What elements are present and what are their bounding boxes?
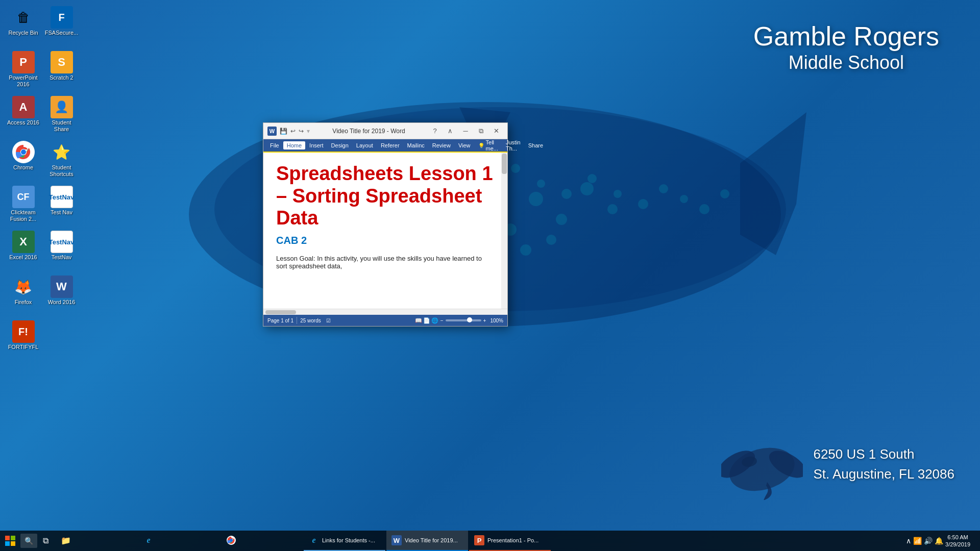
- search-icon: 🔍: [24, 537, 33, 545]
- word-titlebar-left: W 💾 ↩ ↪ ▾: [267, 127, 310, 136]
- menu-layout[interactable]: Layout: [353, 141, 377, 149]
- window-minimize-button[interactable]: ─: [458, 126, 473, 137]
- desktop-icon-word[interactable]: W Word 2016: [42, 273, 81, 318]
- word-title-text: Video Title for 2019 - Word: [332, 128, 405, 135]
- menu-share[interactable]: Share: [525, 141, 547, 149]
- school-footer: 6250 US 1 South St. Augustine, FL 32086: [721, 429, 954, 500]
- system-tray: ∧ 📶 🔊 🔔 6:50 AM 3/29/2019: [902, 534, 980, 548]
- desktop-icon-testnav-pearson[interactable]: TestNav Test Nav: [42, 184, 81, 229]
- svg-rect-44: [11, 536, 15, 540]
- zoom-plus[interactable]: +: [483, 318, 486, 323]
- print-view-icon[interactable]: 📄: [423, 317, 430, 324]
- desktop-icon-clickteam[interactable]: CF Clickteam Fusion 2...: [4, 184, 42, 229]
- desktop-icon-access[interactable]: A Access 2016: [4, 94, 42, 139]
- window-help-button[interactable]: ?: [428, 126, 442, 137]
- word-label: Word 2016: [48, 299, 76, 306]
- window-controls: ? ∧ ─ ⧉ ✕: [428, 126, 503, 137]
- volume-icon[interactable]: 🔊: [924, 537, 933, 545]
- h-scroll-thumb[interactable]: [265, 310, 296, 314]
- desktop-icon-student-shortcuts[interactable]: ⭐ Student Shortcuts: [42, 139, 81, 184]
- redo-icon[interactable]: ↪: [299, 128, 304, 135]
- desktop-icon-recycle-bin[interactable]: 🗑 Recycle Bin: [4, 4, 42, 49]
- menu-tellme[interactable]: 💡 Tell me...: [475, 138, 502, 153]
- notifications-icon[interactable]: 🔔: [935, 537, 943, 545]
- taskbar-search[interactable]: 🔍: [20, 534, 37, 548]
- menu-references[interactable]: Referer: [377, 141, 403, 149]
- doc-cab: CAB 2: [276, 235, 495, 246]
- scroll-thumb[interactable]: [502, 154, 507, 174]
- svg-marker-2: [740, 112, 806, 255]
- tray-overflow[interactable]: ∧: [906, 537, 911, 545]
- svg-point-26: [511, 164, 520, 173]
- school-address: 6250 US 1 South St. Augustine, FL 32086: [813, 444, 954, 484]
- save-icon[interactable]: 💾: [280, 128, 287, 135]
- vertical-scrollbar[interactable]: [501, 153, 507, 309]
- clickteam-label: Clickteam Fusion 2...: [6, 209, 40, 222]
- desktop-icon-fortifyfl[interactable]: F! FORTIFYFL: [4, 318, 42, 363]
- menu-file[interactable]: File: [266, 141, 283, 149]
- firefox-label: Firefox: [15, 299, 32, 306]
- testnav2-label: TestNav: [52, 254, 72, 261]
- desktop-icons-container: 🗑 Recycle Bin P PowerPoint 2016 A Access…: [0, 0, 85, 388]
- firefox-icon: 🦊: [12, 276, 35, 298]
- taskbar-ie[interactable]: e: [138, 531, 220, 551]
- page-count: Page 1 of 1: [267, 318, 293, 323]
- menu-home[interactable]: Home: [283, 141, 305, 149]
- word-window: W 💾 ↩ ↪ ▾ Video Title for 2019 - Word ? …: [263, 122, 508, 327]
- read-view-icon[interactable]: 📖: [415, 317, 422, 324]
- desktop-icon-firefox[interactable]: 🦊 Firefox: [4, 273, 42, 318]
- doc-title: Spreadsheets Lesson 1 – Sorting Spreadsh…: [276, 163, 495, 230]
- powerpoint-label: PowerPoint 2016: [6, 74, 40, 88]
- testnav-pearson-icon: TestNav: [51, 186, 73, 208]
- menu-mailings[interactable]: Mailinc: [404, 141, 428, 149]
- clock-time: 6:50 AM: [945, 534, 970, 541]
- desktop-icon-scratch[interactable]: S Scratch 2: [42, 49, 81, 94]
- file-explorer-icon: 📁: [61, 535, 71, 545]
- word-menu-bar: File Home Insert Design Layout Referer M…: [263, 139, 507, 153]
- task-view-button[interactable]: ⧉: [37, 531, 54, 551]
- desktop-icon-student-share[interactable]: 👤 Student Share: [42, 94, 81, 139]
- taskbar-links-students[interactable]: e Links for Students -...: [304, 531, 385, 551]
- horizontal-scrollbar[interactable]: [263, 309, 507, 315]
- desktop-icon-chrome[interactable]: Chrome: [4, 139, 42, 184]
- svg-point-29: [587, 174, 597, 183]
- testnav-pearson-label: Test Nav: [51, 209, 72, 216]
- word-content-area[interactable]: Spreadsheets Lesson 1 – Sorting Spreadsh…: [263, 153, 507, 309]
- web-view-icon[interactable]: 🌐: [431, 317, 438, 324]
- svg-point-35: [720, 189, 729, 198]
- desktop-icon-excel[interactable]: X Excel 2016: [4, 229, 42, 273]
- excel-icon: X: [12, 231, 35, 253]
- svg-point-30: [614, 190, 622, 198]
- quick-access-more[interactable]: ▾: [307, 128, 310, 135]
- desktop-icon-fsasecure[interactable]: F FSASecure...: [42, 4, 81, 49]
- recycle-bin-label: Recycle Bin: [8, 30, 38, 36]
- testnav2-icon: TestNav: [51, 231, 73, 253]
- taskbar-chrome[interactable]: [221, 531, 303, 551]
- taskbar-apps: 📁 e e Links for Students -... W Video Ti…: [54, 531, 902, 551]
- menu-design[interactable]: Design: [328, 141, 352, 149]
- menu-view[interactable]: View: [455, 141, 474, 149]
- menu-user[interactable]: Justin Th...: [502, 138, 524, 153]
- menu-insert[interactable]: Insert: [306, 141, 327, 149]
- spell-check-icon[interactable]: ☑: [326, 318, 331, 323]
- system-clock[interactable]: 6:50 AM 3/29/2019: [945, 534, 970, 548]
- taskbar-word[interactable]: W Video Title for 2019...: [386, 531, 468, 551]
- desktop-icon-powerpoint[interactable]: P PowerPoint 2016: [4, 49, 42, 94]
- access-label: Access 2016: [7, 119, 39, 126]
- start-button[interactable]: [0, 531, 20, 551]
- taskbar-file-explorer[interactable]: 📁: [56, 531, 137, 551]
- window-restore-button[interactable]: ⧉: [474, 126, 488, 137]
- menu-review[interactable]: Review: [429, 141, 454, 149]
- desktop-icon-testnav2[interactable]: TestNav TestNav: [42, 229, 81, 273]
- zoom-slider[interactable]: [446, 319, 481, 321]
- fortifyfl-icon: F!: [12, 320, 35, 343]
- window-close-button[interactable]: ✕: [489, 126, 503, 137]
- taskbar-powerpoint[interactable]: P Presentation1 - Po...: [469, 531, 551, 551]
- window-ribbon-toggle[interactable]: ∧: [443, 126, 457, 137]
- lightbulb-icon: 💡: [478, 143, 484, 148]
- svg-point-13: [580, 182, 594, 195]
- zoom-minus[interactable]: −: [440, 318, 444, 323]
- network-icon[interactable]: 📶: [913, 537, 922, 545]
- undo-icon[interactable]: ↩: [290, 128, 296, 135]
- links-students-icon: e: [309, 535, 319, 545]
